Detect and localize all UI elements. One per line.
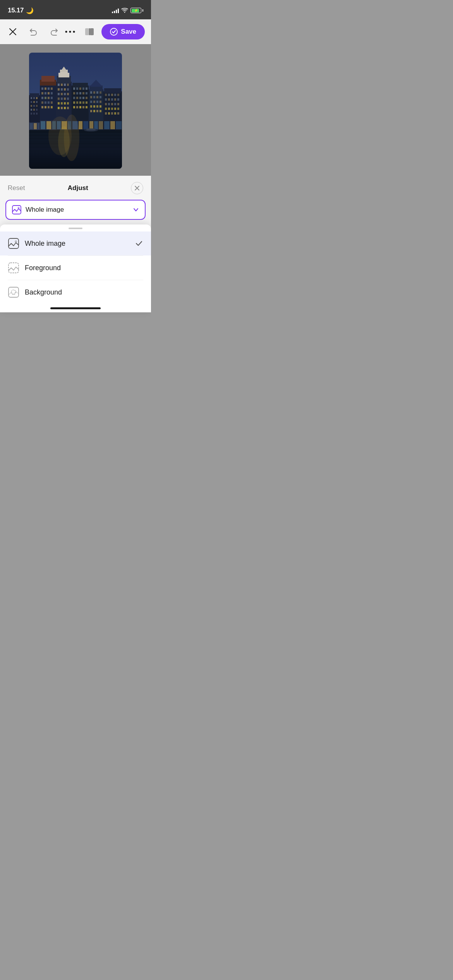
svg-point-0	[65, 31, 67, 33]
status-icons: ⚡	[112, 8, 143, 13]
chevron-down-icon	[132, 206, 139, 213]
wifi-icon	[121, 8, 128, 13]
svg-point-6	[110, 28, 117, 35]
dropdown-sheet: Whole image Foreground Background	[0, 224, 151, 312]
close-icon	[9, 27, 17, 36]
close-button[interactable]	[6, 25, 19, 38]
close-adjust-button[interactable]	[131, 182, 143, 194]
bottom-panel: Reset Adjust Whole image	[0, 176, 151, 312]
save-button[interactable]: Save	[101, 24, 145, 39]
photo-container	[29, 53, 122, 169]
svg-rect-190	[29, 53, 122, 169]
undo-button[interactable]	[26, 25, 40, 38]
adjust-title: Adjust	[68, 184, 88, 192]
redo-button[interactable]	[47, 25, 61, 38]
scope-dropdown[interactable]: Whole image	[5, 200, 146, 220]
more-dots-icon	[65, 30, 75, 33]
svg-point-194	[15, 240, 17, 243]
svg-point-2	[73, 31, 75, 33]
checkmark-icon	[135, 239, 143, 248]
redo-icon	[50, 27, 59, 36]
svg-point-1	[69, 31, 71, 33]
status-time: 15.17	[8, 7, 24, 14]
moon-icon: 🌙	[26, 7, 34, 14]
option-background[interactable]: Background	[0, 280, 151, 304]
svg-point-192	[18, 207, 20, 209]
checkmark-circle-icon	[110, 28, 118, 36]
battery-icon: ⚡	[130, 8, 143, 13]
toolbar: Save	[0, 19, 151, 44]
image-scope-icon	[12, 205, 22, 215]
svg-rect-4	[90, 28, 94, 35]
amsterdam-photo	[29, 53, 122, 169]
dropdown-selected-label: Whole image	[26, 206, 129, 214]
foreground-icon	[8, 262, 19, 274]
more-options-button[interactable]	[63, 28, 77, 36]
handle-pill	[69, 228, 82, 229]
option-foreground-label: Foreground	[25, 264, 143, 272]
home-pill	[50, 307, 101, 309]
image-preview-area	[0, 44, 151, 176]
save-label: Save	[121, 28, 136, 36]
undo-icon	[29, 27, 38, 36]
compare-button[interactable]	[82, 25, 97, 38]
option-background-label: Background	[25, 288, 143, 296]
compare-icon	[84, 27, 94, 36]
home-indicator	[0, 304, 151, 312]
sheet-handle	[0, 224, 151, 231]
whole-image-icon	[8, 238, 19, 249]
adjust-header: Reset Adjust	[0, 176, 151, 200]
dropdown-container: Whole image	[0, 200, 151, 224]
status-bar: 15.17 🌙 ⚡	[0, 0, 151, 19]
close-small-icon	[135, 186, 139, 190]
reset-button[interactable]: Reset	[8, 184, 25, 192]
signal-bars-icon	[112, 8, 119, 13]
option-foreground[interactable]: Foreground	[0, 256, 151, 280]
background-icon	[8, 286, 19, 298]
option-whole-image[interactable]: Whole image	[0, 231, 151, 255]
svg-rect-3	[85, 28, 89, 35]
option-whole-image-label: Whole image	[25, 240, 129, 248]
